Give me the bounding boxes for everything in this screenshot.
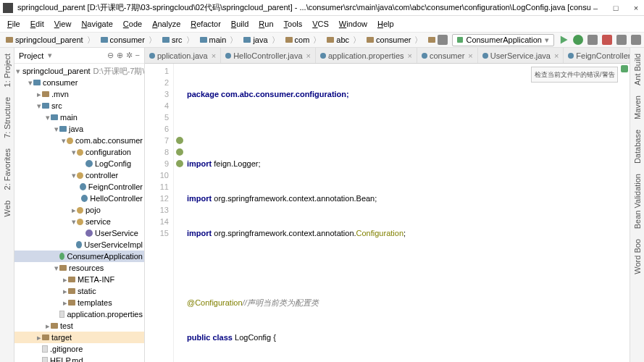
menu-refactor[interactable]: Refactor	[186, 18, 225, 30]
tool-tab-word-boo[interactable]: Word Boo	[632, 236, 643, 277]
breadcrumb-configuration[interactable]: configuration〉	[425, 34, 436, 46]
build-icon[interactable]	[438, 35, 448, 45]
close-tab-icon[interactable]: ×	[554, 51, 559, 60]
line-number[interactable]: 12	[145, 193, 173, 204]
project-tree[interactable]: ▾springcloud_parentD:\开课吧-7期\03-spring▾c…	[14, 64, 144, 362]
editor-tab-hellocontroller-java[interactable]: HelloController.java×	[221, 48, 316, 63]
line-number[interactable]: 6	[145, 123, 173, 135]
line-number[interactable]: 4	[145, 100, 173, 111]
tree-item-service[interactable]: ▾service	[14, 216, 144, 227]
tree-item-springcloud-parent[interactable]: ▾springcloud_parentD:\开课吧-7期\03-spring	[14, 65, 144, 77]
tool-tab-ant-build[interactable]: Ant Build	[632, 51, 643, 88]
menu-code[interactable]: Code	[119, 18, 146, 30]
breadcrumb-main[interactable]: main〉	[197, 34, 241, 46]
line-number[interactable]: 1	[145, 65, 173, 77]
bean-gutter-icon[interactable]	[176, 148, 183, 156]
breadcrumb-consumer[interactable]: consumer〉	[364, 34, 425, 46]
menu-help[interactable]: Help	[373, 18, 398, 30]
close-tab-icon[interactable]: ×	[468, 51, 472, 60]
tree-item-feigncontroller[interactable]: FeignController	[14, 181, 144, 193]
editor-tab-consumer[interactable]: consumer×	[417, 48, 478, 63]
tool-tab----favorites[interactable]: 2: Favorites	[2, 146, 12, 193]
hide-icon[interactable]: −	[135, 51, 140, 60]
tree-item-test[interactable]: ▸test	[14, 320, 144, 332]
menu-run[interactable]: Run	[254, 18, 277, 30]
run-button[interactable]	[559, 35, 569, 45]
editor[interactable]: 123456789101112131415 package com.abc.co…	[145, 64, 630, 362]
tree-item-meta-inf[interactable]: ▸META-INF	[14, 274, 144, 285]
tool-tab-web[interactable]: Web	[2, 198, 12, 219]
tree-item--mvn[interactable]: ▸.mvn	[14, 88, 144, 100]
line-number[interactable]: 13	[145, 204, 173, 216]
bean-gutter-icon[interactable]	[176, 160, 183, 167]
coverage-button[interactable]	[587, 35, 598, 45]
menu-build[interactable]: Build	[227, 18, 253, 30]
line-number[interactable]: 15	[145, 227, 173, 239]
breadcrumb-com[interactable]: com〉	[283, 34, 325, 46]
line-number[interactable]: 7	[145, 135, 173, 146]
breadcrumb-src[interactable]: src〉	[159, 34, 197, 46]
code-area[interactable]: package com.abc.consumer.configuration; …	[185, 64, 630, 362]
line-number[interactable]: 3	[145, 88, 173, 100]
menu-window[interactable]: Window	[335, 18, 372, 30]
tree-item-templates[interactable]: ▸templates	[14, 297, 144, 308]
tree-item-hellocontroller[interactable]: HelloController	[14, 193, 144, 204]
tree-item-userservice[interactable]: UserService	[14, 227, 144, 239]
tree-item-java[interactable]: ▾java	[14, 123, 144, 135]
menu-file[interactable]: File	[3, 18, 25, 30]
close-button[interactable]: ×	[631, 4, 641, 12]
tree-item-consumerapplication[interactable]: ConsumerApplication	[14, 251, 144, 262]
line-number[interactable]: 11	[145, 181, 173, 193]
editor-tab-userservice-java[interactable]: UserService.java×	[478, 48, 564, 63]
tree-item-logconfig[interactable]: LogConfig	[14, 158, 144, 169]
collapse-all-icon[interactable]: ⊖	[107, 51, 114, 60]
tree-item-pojo[interactable]: ▸pojo	[14, 204, 144, 216]
menu-tools[interactable]: Tools	[280, 18, 307, 30]
menu-view[interactable]: View	[50, 18, 76, 30]
close-tab-icon[interactable]: ×	[306, 51, 311, 60]
close-tab-icon[interactable]: ×	[408, 51, 412, 60]
line-number[interactable]: 10	[145, 169, 173, 181]
tree-item-com-abc-consumer[interactable]: ▾com.abc.consumer	[14, 135, 144, 146]
menu-edit[interactable]: Edit	[26, 18, 49, 30]
gear-icon[interactable]: ✲	[126, 51, 133, 60]
tree-item-target[interactable]: ▸target	[14, 332, 144, 343]
tree-item-src[interactable]: ▾src	[14, 100, 144, 111]
tree-item-application-properties[interactable]: application.properties	[14, 308, 144, 320]
line-number[interactable]: 2	[145, 77, 173, 88]
tree-item-userserviceimpl[interactable]: UserServiceImpl	[14, 239, 144, 251]
tree-item-main[interactable]: ▾main	[14, 111, 144, 123]
editor-tab-pplication-java[interactable]: pplication.java×	[145, 48, 221, 63]
tree-item-controller[interactable]: ▾controller	[14, 169, 144, 181]
tree-item-configuration[interactable]: ▾configuration	[14, 146, 144, 158]
breadcrumb-java[interactable]: java〉	[241, 34, 282, 46]
tool-tab-maven[interactable]: Maven	[632, 93, 643, 122]
bean-gutter-icon[interactable]	[176, 137, 183, 144]
tree-item--gitignore[interactable]: .gitignore	[14, 343, 144, 355]
menu-analyze[interactable]: Analyze	[148, 18, 185, 30]
chevron-down-icon[interactable]: ▾	[48, 51, 52, 60]
line-number[interactable]: 9	[145, 158, 173, 169]
line-number[interactable]: 5	[145, 111, 173, 123]
menu-vcs[interactable]: VCS	[308, 18, 333, 30]
minimize-button[interactable]: –	[590, 4, 601, 12]
tool-tab-database[interactable]: Database	[632, 127, 643, 167]
stop-button[interactable]	[602, 35, 612, 45]
tree-item-resources[interactable]: ▾resources	[14, 262, 144, 274]
analysis-status-icon[interactable]	[621, 65, 628, 72]
tree-item-static[interactable]: ▸static	[14, 285, 144, 297]
tool-tab----structure[interactable]: 7: Structure	[2, 94, 12, 141]
tree-item-consumer[interactable]: ▾consumer	[14, 77, 144, 88]
tool-tab-bean-validation[interactable]: Bean Validation	[632, 171, 643, 232]
tool-tab----project[interactable]: 1: Project	[2, 51, 12, 90]
search-icon[interactable]	[631, 35, 641, 45]
breadcrumb-springcloud_parent[interactable]: springcloud_parent〉	[3, 34, 98, 46]
close-tab-icon[interactable]: ×	[212, 51, 216, 60]
update-icon[interactable]	[616, 35, 627, 45]
editor-tab-application-properties[interactable]: application.properties×	[316, 48, 417, 63]
maximize-button[interactable]: □	[611, 4, 621, 12]
target-icon[interactable]: ⊕	[117, 51, 123, 60]
line-number[interactable]: 14	[145, 216, 173, 227]
menu-navigate[interactable]: Navigate	[77, 18, 117, 30]
breadcrumb-abc[interactable]: abc〉	[324, 34, 364, 46]
